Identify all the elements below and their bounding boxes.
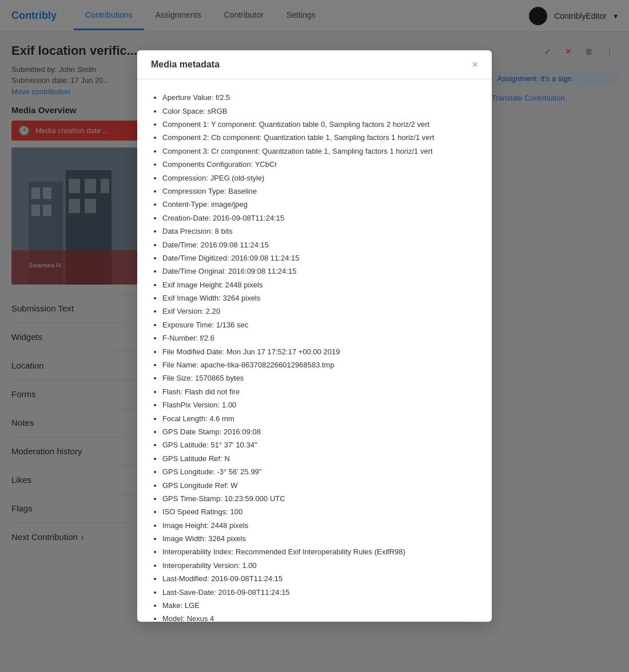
metadata-item: F-Number: f/2.6 [162, 331, 478, 345]
metadata-item: Image Width: 3264 pixels [162, 532, 478, 545]
metadata-item: GPS Date Stamp: 2016:09:08 [162, 425, 478, 438]
metadata-item: Focal Length: 4.6 mm [162, 412, 478, 425]
modal-overlay[interactable]: Media metadata × Aperture Value: f/2.5Co… [0, 0, 629, 562]
metadata-item: Date/Time Original: 2016:09:08 11:24:15 [162, 265, 478, 278]
modal-close-button[interactable]: × [472, 59, 478, 70]
metadata-item: Exif Image Height: 2448 pixels [162, 278, 478, 291]
modal: Media metadata × Aperture Value: f/2.5Co… [137, 50, 492, 562]
metadata-item: File Name: apache-tika-86370822660129685… [162, 358, 478, 371]
metadata-item: Compression: JPEG (old-style) [162, 171, 478, 185]
metadata-item: Component 3: Cr component: Quantization … [162, 145, 478, 158]
metadata-item: Component 1: Y component: Quantization t… [162, 118, 478, 131]
metadata-item: File Size: 1570865 bytes [162, 371, 478, 385]
metadata-item: Exposure Time: 1/136 sec [162, 318, 478, 331]
metadata-item: Exif Image Width: 3264 pixels [162, 291, 478, 305]
metadata-item: GPS Latitude: 51° 37' 10.34" [162, 438, 478, 451]
metadata-item: Color Space: sRGB [162, 105, 478, 118]
metadata-item: Component 2: Cb component: Quantization … [162, 131, 478, 144]
metadata-item: GPS Longitude Ref: W [162, 479, 478, 492]
metadata-item: Exif Version: 2.20 [162, 305, 478, 318]
metadata-item: Interoperability Version: 1.00 [162, 559, 478, 562]
metadata-item: Aperture Value: f/2.5 [162, 91, 478, 104]
metadata-item: File Modified Date: Mon Jun 17 17:52:17 … [162, 345, 478, 358]
metadata-item: Creation-Date: 2016-09-08T11:24:15 [162, 211, 478, 225]
metadata-item: ISO Speed Ratings: 100 [162, 505, 478, 518]
metadata-item: GPS Longitude: -3° 56' 25.99" [162, 465, 478, 478]
metadata-item: Compression Type: Baseline [162, 185, 478, 198]
metadata-item: Content-Type: image/jpeg [162, 198, 478, 211]
metadata-list: Aperture Value: f/2.5Color Space: sRGBCo… [151, 91, 478, 562]
metadata-item: FlashPix Version: 1.00 [162, 398, 478, 411]
metadata-item: GPS Latitude Ref: N [162, 452, 478, 465]
metadata-item: Interoperability Index: Recommended Exif… [162, 545, 478, 558]
modal-body: Aperture Value: f/2.5Color Space: sRGBCo… [137, 79, 492, 562]
metadata-item: Date/Time Digitized: 2016:09:08 11:24:15 [162, 251, 478, 265]
metadata-item: Data Precision: 8 bits [162, 225, 478, 238]
metadata-item: Date/Time: 2016:09:08 11:24:15 [162, 238, 478, 251]
metadata-item: Flash: Flash did not fire [162, 385, 478, 398]
metadata-item: GPS Time-Stamp: 10:23:59.000 UTC [162, 492, 478, 505]
metadata-item: Components Configuration: YCbCr [162, 158, 478, 171]
modal-header: Media metadata × [137, 50, 492, 79]
metadata-item: Image Height: 2448 pixels [162, 519, 478, 532]
modal-title: Media metadata [151, 59, 220, 70]
